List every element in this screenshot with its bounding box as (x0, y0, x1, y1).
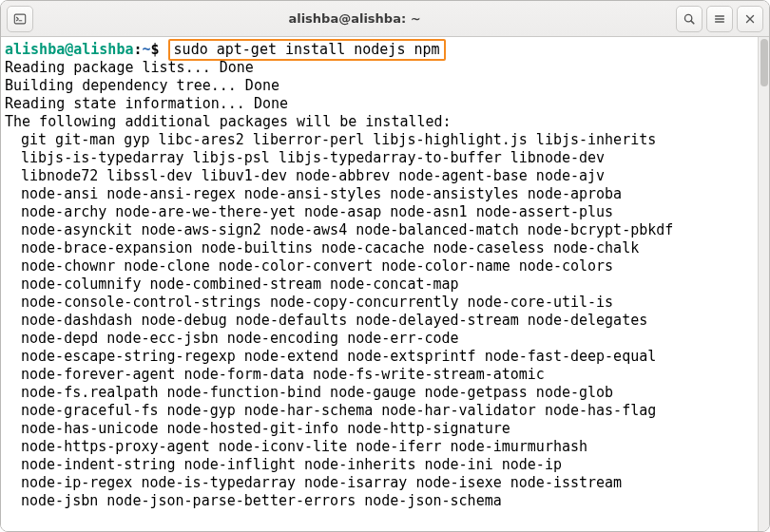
package-line: node-chownr node-clone node-color-conver… (5, 257, 758, 276)
package-line: node-https-proxy-agent node-iconv-lite n… (5, 438, 758, 456)
scrollbar[interactable] (758, 37, 769, 531)
package-line: node-columnify node-combined-stream node… (5, 276, 758, 294)
package-line: node-depd node-ecc-jsbn node-encoding no… (5, 330, 758, 348)
package-line: node-has-unicode node-hosted-git-info no… (5, 420, 758, 438)
package-line: node-archy node-are-we-there-yet node-as… (5, 203, 758, 221)
prompt-userhost: alishba@alishba (5, 41, 133, 58)
close-icon (743, 12, 757, 26)
output-line: Reading package lists... Done (5, 59, 254, 76)
terminal-output[interactable]: alishba@alishba:~$ sudo apt-get install … (1, 37, 758, 531)
close-button[interactable] (737, 6, 763, 32)
new-tab-button[interactable] (7, 6, 33, 32)
package-line: node-ip-regex node-is-typedarray node-is… (5, 474, 758, 492)
menu-button[interactable] (706, 6, 733, 32)
search-icon (683, 12, 696, 26)
package-line: node-brace-expansion node-builtins node-… (5, 239, 758, 257)
terminal-icon (13, 12, 27, 26)
prompt-path: ~ (143, 41, 151, 58)
package-line: node-fs.realpath node-function-bind node… (5, 384, 758, 402)
search-button[interactable] (676, 6, 703, 32)
hamburger-icon (713, 12, 726, 26)
package-line: node-graceful-fs node-gyp node-har-schem… (5, 402, 758, 420)
prompt-colon: : (133, 41, 142, 58)
output-line: Building dependency tree... Done (5, 77, 279, 94)
terminal-area: alishba@alishba:~$ sudo apt-get install … (1, 37, 769, 531)
output-line: The following additional packages will b… (5, 113, 452, 130)
package-line: node-ansi node-ansi-regex node-ansi-styl… (5, 185, 758, 203)
scrollbar-thumb[interactable] (760, 39, 768, 86)
window-title: alishba@alishba: ~ (33, 11, 676, 26)
package-line: libnode72 libssl-dev libuv1-dev node-abb… (5, 167, 758, 185)
package-line: node-jsbn node-json-parse-better-errors … (5, 492, 758, 510)
package-line: node-console-control-strings node-copy-c… (5, 294, 758, 312)
package-line: node-indent-string node-inflight node-in… (5, 456, 758, 474)
package-line: libjs-is-typedarray libjs-psl libjs-type… (5, 149, 758, 167)
command-highlight: sudo apt-get install nodejs npm (168, 39, 446, 61)
package-line: git git-man gyp libc-ares2 liberror-perl… (5, 131, 758, 149)
package-line: node-escape-string-regexp node-extend no… (5, 348, 758, 366)
package-line: node-forever-agent node-form-data node-f… (5, 366, 758, 384)
svg-rect-0 (14, 14, 25, 24)
package-line: node-dashdash node-debug node-defaults n… (5, 312, 758, 330)
terminal-window: alishba@alishba: ~ alishba@alishba:~$ su… (0, 0, 770, 532)
prompt-symbol: $ (151, 41, 160, 58)
titlebar: alishba@alishba: ~ (1, 1, 769, 37)
package-line: node-asynckit node-aws-sign2 node-aws4 n… (5, 221, 758, 239)
svg-line-3 (691, 20, 694, 23)
output-line: Reading state information... Done (5, 95, 288, 112)
